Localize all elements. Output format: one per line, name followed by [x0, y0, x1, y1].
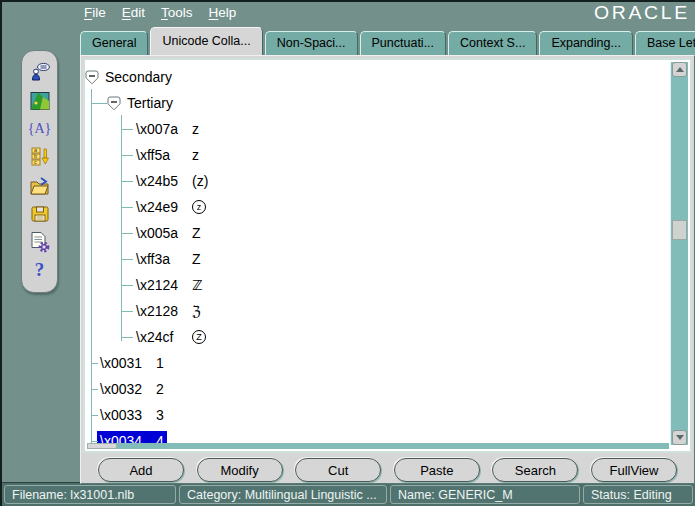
collapse-handle-icon[interactable]	[107, 96, 121, 111]
svg-text:c: c	[34, 160, 37, 166]
scroll-down-button[interactable]	[672, 430, 687, 445]
new-language-icon[interactable]	[28, 61, 52, 85]
tree-node-label: Secondary	[105, 69, 172, 85]
menu-help[interactable]: Help	[209, 5, 237, 20]
vertical-scrollbar-thumb[interactable]	[672, 220, 687, 240]
status-cell-2: Name: GENERIC_M	[390, 485, 580, 504]
tab-bar: GeneralUnicode Colla...Non-Spaci...Punct…	[80, 27, 693, 55]
tab-punctuati[interactable]: Punctuati...	[360, 31, 447, 55]
character-glyph: z	[192, 121, 199, 137]
search-button[interactable]: Search	[492, 458, 578, 482]
tree-item-label: \x2124ℤ	[133, 275, 205, 295]
menu-edit[interactable]: Edit	[122, 5, 145, 20]
character-glyph: Z	[192, 330, 206, 344]
character-glyph: ℨ	[192, 303, 201, 319]
menu-tools[interactable]: Tools	[161, 5, 193, 20]
character-glyph: ℤ	[192, 277, 202, 293]
tree-item-label: \x24b5(z)	[133, 171, 211, 191]
tree-node-secondary[interactable]: Secondary	[85, 64, 670, 90]
tree-node-tertiary[interactable]: Tertiary	[85, 90, 670, 116]
tree-item-label: \x007az	[133, 119, 202, 139]
save-file-icon[interactable]	[28, 202, 52, 226]
side-toolbar: {A} a b c	[21, 50, 58, 293]
character-glyph: 4	[156, 433, 164, 443]
tree-item-label: \x00333	[97, 405, 167, 425]
up-arrow-icon	[676, 67, 684, 72]
status-bar: Filename: lx31001.nlbCategory: Multiling…	[2, 482, 695, 506]
codepoint-text: \xff3a	[136, 251, 182, 267]
codepoint-text: \x24e9	[136, 199, 182, 215]
character-glyph: Z	[192, 225, 201, 241]
character-glyph: Z	[192, 251, 201, 267]
open-file-icon[interactable]	[28, 174, 52, 198]
tree-item-label: \x00311	[97, 353, 167, 373]
tab-non-spaci[interactable]: Non-Spaci...	[265, 31, 358, 55]
menu-items: FileEditToolsHelp	[84, 5, 252, 20]
horizontal-scrollbar-thumb[interactable]	[87, 443, 117, 449]
menu-file[interactable]: File	[84, 5, 106, 20]
paste-button[interactable]: Paste	[394, 458, 480, 482]
add-button[interactable]: Add	[98, 458, 184, 482]
codepoint-text: \x0032	[100, 381, 146, 397]
tree-item-x007a[interactable]: \x007az	[85, 116, 670, 142]
fullview-button[interactable]: FullView	[591, 458, 677, 482]
codepoint-text: \x005a	[136, 225, 182, 241]
new-territory-icon[interactable]	[28, 89, 52, 113]
tree-item-x0031[interactable]: \x00311	[85, 350, 670, 376]
status-cell-3: Status: Editing	[583, 485, 693, 504]
tree-item-x0033[interactable]: \x00333	[85, 402, 670, 428]
codepoint-text: \x0031	[100, 355, 146, 371]
vertical-scrollbar[interactable]	[670, 62, 688, 445]
tree-item-label: \xff5az	[133, 145, 202, 165]
tree-item-label: \x24e9z	[133, 197, 209, 217]
modify-button[interactable]: Modify	[197, 458, 283, 482]
codepoint-text: \x24b5	[136, 173, 182, 189]
tab-general[interactable]: General	[80, 31, 148, 55]
oracle-locale-builder-window: FileEditToolsHelp ORACLE GeneralUnicode …	[0, 0, 695, 506]
new-character-set-icon[interactable]: {A}	[28, 117, 52, 141]
tree-item-label: \x24cfZ	[133, 327, 209, 347]
tree-item-x0034[interactable]: \x00344	[85, 428, 670, 443]
tree-item-xff5a[interactable]: \xff5az	[85, 142, 670, 168]
tree-item-label: \x2128ℨ	[133, 301, 204, 321]
menu-bar: FileEditToolsHelp ORACLE	[2, 2, 695, 26]
character-glyph: z	[192, 200, 206, 214]
character-glyph: z	[192, 147, 199, 163]
oracle-logo: ORACLE	[594, 3, 690, 24]
tab-unicode-colla[interactable]: Unicode Colla...	[150, 27, 262, 55]
status-cell-1: Category: Multilingual Linguistic ...	[179, 485, 387, 504]
tree-item-x24b5[interactable]: \x24b5(z)	[85, 168, 670, 194]
cut-button[interactable]: Cut	[295, 458, 381, 482]
tree-item-x24e9[interactable]: \x24e9z	[85, 194, 670, 220]
collapse-handle-icon[interactable]	[85, 70, 99, 85]
tab-context-s[interactable]: Context S...	[448, 31, 537, 55]
tree-item-label-selected: \x00344	[97, 431, 167, 443]
character-glyph: (z)	[192, 173, 208, 189]
tree-node-label: Tertiary	[127, 95, 173, 111]
tab-base-letter[interactable]: Base Letter	[635, 31, 695, 55]
tab-page-unicode-collation: SecondaryTertiary\x007az\xff5az\x24b5(z)…	[80, 55, 695, 484]
new-linguistic-sort-icon[interactable]: a b c	[28, 145, 52, 169]
tree-item-x24cf[interactable]: \x24cfZ	[85, 324, 670, 350]
scroll-up-button[interactable]	[672, 62, 687, 77]
tree-item-x2128[interactable]: \x2128ℨ	[85, 298, 670, 324]
action-button-row: AddModifyCutPasteSearchFullView	[98, 457, 677, 483]
down-arrow-icon	[676, 435, 684, 440]
collation-tree: SecondaryTertiary\x007az\xff5az\x24b5(z)…	[85, 64, 670, 443]
status-cell-0: Filename: lx31001.nlb	[4, 485, 176, 504]
tab-expanding[interactable]: Expanding...	[539, 31, 633, 55]
codepoint-text: \x2128	[136, 303, 182, 319]
tree-item-x005a[interactable]: \x005aZ	[85, 220, 670, 246]
tree-item-xff3a[interactable]: \xff3aZ	[85, 246, 670, 272]
horizontal-scrollbar[interactable]	[87, 443, 669, 449]
codepoint-text: \xff5a	[136, 147, 182, 163]
character-glyph: 2	[156, 381, 164, 397]
help-icon[interactable]: ?	[28, 258, 52, 282]
tree-item-x2124[interactable]: \x2124ℤ	[85, 272, 670, 298]
tree-item-label: \xff3aZ	[133, 249, 204, 269]
generate-nlb-icon[interactable]	[28, 230, 52, 254]
collation-tree-panel: SecondaryTertiary\x007az\xff5az\x24b5(z)…	[83, 58, 692, 453]
tree-item-x0032[interactable]: \x00322	[85, 376, 670, 402]
codepoint-text: \x0034	[100, 433, 146, 443]
codepoint-text: \x24cf	[136, 329, 182, 345]
